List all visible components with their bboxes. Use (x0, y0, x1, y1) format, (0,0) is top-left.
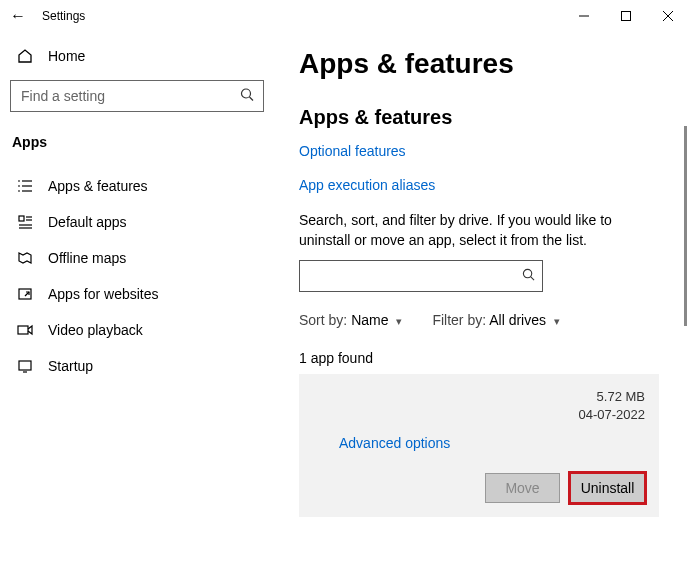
svg-line-23 (531, 277, 534, 280)
back-icon[interactable]: ← (10, 7, 26, 25)
sidebar: Home Apps Apps & features Default apps (0, 32, 275, 587)
optional-features-link[interactable]: Optional features (299, 143, 659, 159)
svg-line-5 (250, 97, 254, 101)
advanced-options-link[interactable]: Advanced options (339, 435, 645, 451)
sidebar-item-apps-features[interactable]: Apps & features (10, 168, 264, 204)
sidebar-home-label: Home (48, 48, 85, 64)
app-search-input[interactable] (299, 260, 543, 292)
svg-point-4 (242, 89, 251, 98)
sidebar-item-startup[interactable]: Startup (10, 348, 264, 384)
page-title: Apps & features (299, 48, 659, 80)
map-icon (16, 250, 34, 266)
maximize-button[interactable] (605, 2, 647, 30)
home-icon (16, 48, 34, 64)
list-icon (16, 178, 34, 194)
video-icon (16, 322, 34, 338)
app-size: 5.72 MB (579, 388, 646, 406)
sidebar-item-default-apps[interactable]: Default apps (10, 204, 264, 240)
sort-label: Sort by: (299, 312, 347, 328)
default-apps-icon (16, 214, 34, 230)
titlebar: ← Settings (0, 0, 689, 32)
sidebar-item-label: Offline maps (48, 250, 126, 266)
sidebar-item-video-playback[interactable]: Video playback (10, 312, 264, 348)
sidebar-item-label: Startup (48, 358, 93, 374)
filter-label: Filter by: (432, 312, 486, 328)
svg-rect-20 (19, 361, 31, 370)
filter-value: All drives (489, 312, 546, 328)
minimize-button[interactable] (563, 2, 605, 30)
window-controls (563, 2, 689, 30)
websites-icon (16, 286, 34, 302)
sidebar-item-label: Default apps (48, 214, 127, 230)
app-date: 04-07-2022 (579, 406, 646, 424)
startup-icon (16, 358, 34, 374)
section-title: Apps & features (299, 106, 659, 129)
svg-point-22 (523, 270, 531, 278)
help-text: Search, sort, and filter by drive. If yo… (299, 211, 659, 250)
sidebar-item-label: Apps & features (48, 178, 148, 194)
uninstall-button[interactable]: Uninstall (570, 473, 645, 503)
scrollbar[interactable] (684, 126, 687, 326)
close-button[interactable] (647, 2, 689, 30)
sort-value: Name (351, 312, 388, 328)
search-input[interactable] (10, 80, 264, 112)
app-count: 1 app found (299, 350, 659, 366)
svg-rect-12 (19, 216, 24, 221)
chevron-down-icon: ▾ (554, 315, 560, 327)
sidebar-item-label: Apps for websites (48, 286, 159, 302)
svg-rect-1 (622, 12, 631, 21)
sidebar-home[interactable]: Home (10, 40, 264, 72)
sidebar-item-offline-maps[interactable]: Offline maps (10, 240, 264, 276)
window-title: Settings (42, 9, 85, 23)
sidebar-category: Apps (10, 134, 264, 168)
app-card[interactable]: 5.72 MB 04-07-2022 Advanced options Move… (299, 374, 659, 516)
svg-rect-19 (18, 326, 28, 334)
search-icon (240, 88, 254, 105)
sort-by-dropdown[interactable]: Sort by: Name ▾ (299, 312, 402, 328)
content: Apps & features Apps & features Optional… (275, 32, 689, 587)
sidebar-item-label: Video playback (48, 322, 143, 338)
app-execution-aliases-link[interactable]: App execution aliases (299, 177, 659, 193)
move-button[interactable]: Move (485, 473, 560, 503)
sidebar-item-apps-for-websites[interactable]: Apps for websites (10, 276, 264, 312)
search-icon (522, 268, 535, 284)
filter-by-dropdown[interactable]: Filter by: All drives ▾ (432, 312, 560, 328)
chevron-down-icon: ▾ (396, 315, 402, 327)
